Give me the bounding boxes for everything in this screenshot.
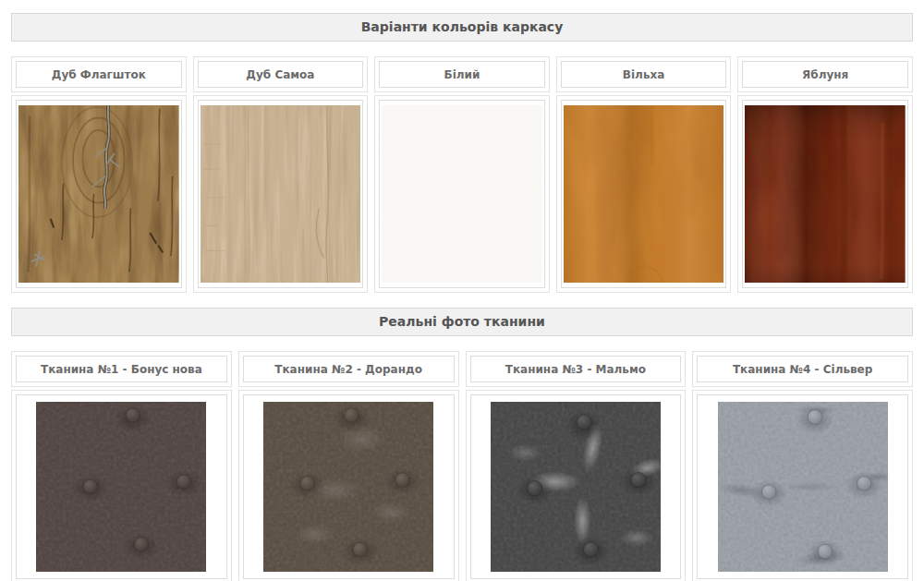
swatch-label-cell: Вільха [556,56,732,92]
swatch-image-cell [193,95,369,293]
swatch-label: Дуб Флагшток [16,61,182,88]
swatch-image-frame [697,394,908,579]
fabric-option-silver: Тканина №4 - Сільвер [692,351,913,581]
swatch-image-frame [470,394,682,579]
swatch-image-cell [374,95,550,293]
swatch-image-cell [466,390,687,581]
frame-colors-grid: Дуб Флагшток [11,56,913,293]
swatch-label-cell: Білий [374,56,550,92]
swatch-label-cell: Тканина №2 - Дорандо [238,351,459,387]
section-title-frame-colors: Варіанти кольорів каркасу [11,13,913,42]
fabric-photos-grid: Тканина №1 - Бонус нова [11,351,913,581]
photo-oak-flagstaff [18,105,179,283]
swatch-label-cell: Яблуня [737,56,913,92]
swatch-label-cell: Дуб Самоа [193,56,369,92]
swatch-label-cell: Тканина №1 - Бонус нова [11,351,232,387]
swatch-image-cell [11,95,187,293]
fabric-option-bonus-nova: Тканина №1 - Бонус нова [11,351,232,581]
swatch-image-frame [198,100,364,288]
swatch-label: Білий [379,61,545,88]
swatch-image-frame [742,100,908,288]
swatch-label: Яблуня [742,61,908,88]
frame-color-option-dub-samoa: Дуб Самоа [193,56,369,293]
fabric-option-dorando: Тканина №2 - Дорандо [238,351,459,581]
photo-fabric-dorando [263,402,433,572]
photo-fabric-silver [718,402,888,572]
photo-fabric-malmo [491,402,661,572]
swatch-image-frame [379,100,545,288]
swatch-image-cell [238,390,459,581]
swatch-image-cell [11,390,232,581]
swatch-label: Тканина №4 - Сільвер [697,356,908,382]
swatch-image-cell [692,390,913,581]
swatch-label-cell: Тканина №4 - Сільвер [692,351,913,387]
swatch-image-frame [561,100,727,288]
swatch-label-cell: Тканина №3 - Мальмо [466,351,687,387]
swatch-label: Тканина №2 - Дорандо [243,356,455,382]
photo-oak-samoa [201,105,361,283]
frame-color-option-dub-flagshtok: Дуб Флагшток [11,56,187,293]
frame-color-option-vilkha: Вільха [556,56,732,293]
swatch-image-cell [556,95,732,293]
swatch-label-cell: Дуб Флагшток [11,56,187,92]
photo-alder [564,105,724,283]
product-options-page: Варіанти кольорів каркасу Дуб Флагшток [0,0,924,581]
frame-color-option-bilyi: Білий [374,56,550,293]
photo-fabric-bonus-nova [36,402,206,572]
fabric-option-malmo: Тканина №3 - Мальмо [466,351,687,581]
swatch-label: Тканина №3 - Мальмо [470,356,682,382]
swatch-label: Тканина №1 - Бонус нова [16,356,227,382]
frame-color-option-yablunya: Яблуня [737,56,913,293]
swatch-label: Дуб Самоа [198,61,364,88]
swatch-image-cell [737,95,913,293]
photo-white [382,105,542,283]
swatch-image-frame [16,100,182,288]
swatch-label: Вільха [561,61,727,88]
section-title-fabric-photos: Реальні фото тканини [11,308,913,336]
swatch-image-frame [243,394,455,579]
photo-apple-wood [745,105,906,283]
swatch-image-frame [16,394,227,579]
